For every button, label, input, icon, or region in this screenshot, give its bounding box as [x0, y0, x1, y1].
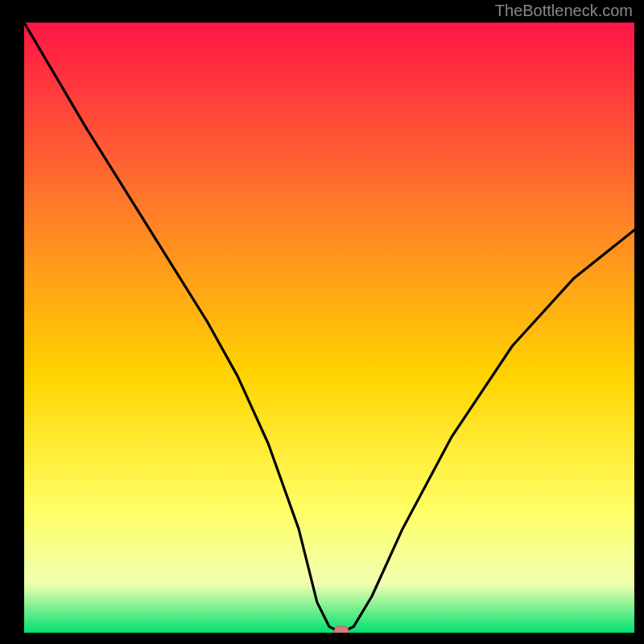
watermark-text: TheBottleneck.com [495, 2, 633, 20]
plot-area [24, 23, 634, 633]
chart-frame: TheBottleneck.com [0, 0, 644, 644]
plot-svg [24, 23, 634, 633]
gradient-background [24, 23, 634, 633]
optimal-point-marker [334, 626, 349, 633]
